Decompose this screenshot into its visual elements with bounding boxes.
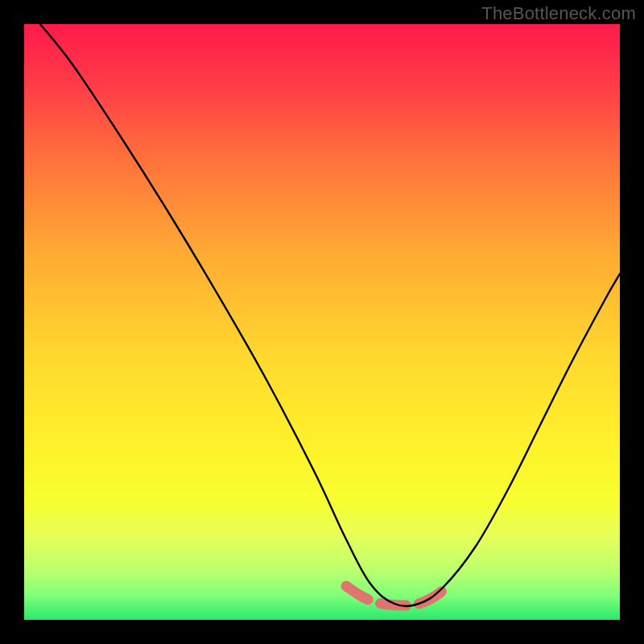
optimal-zone-dash <box>346 586 447 605</box>
chart-svg <box>24 24 620 620</box>
bottleneck-curve <box>40 24 620 606</box>
chart-frame: TheBottleneck.com <box>0 0 644 644</box>
watermark-text: TheBottleneck.com <box>481 3 636 24</box>
plot-area <box>24 24 620 620</box>
